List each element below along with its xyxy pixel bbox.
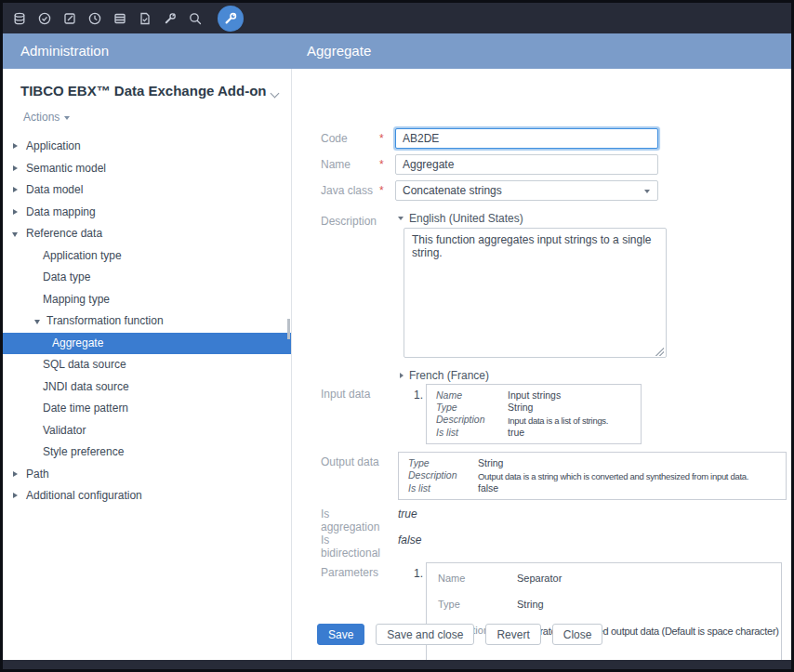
expander-icon[interactable] [13, 187, 18, 192]
expander-icon[interactable] [12, 232, 18, 237]
schedule-icon[interactable] [86, 10, 103, 27]
param-row: TypeString [438, 598, 774, 611]
kv-row: NameInput strings [436, 389, 633, 402]
kv-value: Input data is a list of strings. [508, 414, 608, 427]
expander-icon[interactable] [13, 471, 18, 477]
param-key: Type [438, 598, 517, 611]
tree-item-style-preference[interactable]: Style preference [3, 441, 291, 464]
tree-item-application[interactable]: Application [3, 136, 291, 158]
tree-item-jndi-data-source[interactable]: JNDI data source [3, 376, 291, 399]
tree-item-label: Semantic model [26, 162, 106, 175]
administration-wrench-icon[interactable] [218, 6, 244, 32]
triangle-right-icon [400, 373, 404, 378]
tree-item-data-model[interactable]: Data model [3, 179, 291, 202]
java-class-row: Java class * Concatenate strings [321, 180, 658, 201]
kv-key: Is list [408, 482, 478, 494]
actions-menu[interactable]: Actions [23, 111, 70, 124]
datasets-icon[interactable] [11, 10, 28, 27]
tree-item-label: Date time pattern [43, 402, 128, 415]
tree-item-mapping-type[interactable]: Mapping type [3, 289, 291, 311]
tree-item-sql-data-source[interactable]: SQL data source [3, 354, 291, 376]
list-index: 1. [414, 384, 426, 402]
name-input[interactable] [395, 154, 658, 175]
tree-item-date-time-pattern[interactable]: Date time pattern [3, 398, 291, 420]
tree-item-label: Additional configuration [26, 489, 142, 502]
tree-item-data-type[interactable]: Data type [3, 267, 291, 289]
tree-item-label: Style preference [43, 445, 124, 458]
kv-key: Description [408, 469, 478, 482]
kv-key: Description [436, 414, 508, 427]
input-data-label: Input data [321, 384, 379, 401]
expander-icon[interactable] [13, 493, 18, 498]
history-check-icon[interactable] [36, 10, 53, 27]
save-and-close-button[interactable]: Save and close [376, 624, 474, 645]
tree-item-validator[interactable]: Validator [3, 420, 291, 442]
param-value: Separator [517, 572, 562, 585]
kv-row: DescriptionInput data is a list of strin… [436, 414, 633, 427]
tree-item-additional-configuration[interactable]: Additional configuration [3, 485, 291, 507]
parameters-row: Parameters 1. NameSeparator TypeString D… [321, 562, 782, 660]
is-bidirectional-row: Is bidirectional false [321, 530, 421, 560]
close-button[interactable]: Close [552, 624, 603, 645]
tree-item-transformation-function[interactable]: Transformation function [3, 310, 291, 333]
kv-key: Is list [436, 427, 508, 439]
spacer [379, 384, 395, 388]
search-icon[interactable] [187, 10, 204, 27]
parameters-label: Parameters [321, 562, 379, 579]
expander-icon[interactable] [13, 209, 18, 215]
tools-icon[interactable] [162, 10, 179, 27]
tree-item-label: Validator [43, 424, 86, 437]
expander-icon[interactable] [13, 165, 18, 171]
sidebar: TIBCO EBX™ Data Exchange Add-on Actions … [3, 69, 292, 660]
save-button[interactable]: Save [317, 624, 364, 645]
revert-button[interactable]: Revert [485, 624, 540, 645]
required-asterisk: * [379, 128, 395, 145]
kv-row: Is listfalse [408, 482, 778, 494]
tree-item-data-mapping[interactable]: Data mapping [3, 202, 291, 224]
validation-icon[interactable] [137, 10, 153, 27]
tree-item-path[interactable]: Path [3, 464, 291, 486]
is-aggregation-value: true [398, 504, 417, 520]
param-row: NameSeparator [438, 572, 774, 585]
resize-handle-icon[interactable] [655, 348, 664, 356]
code-input[interactable] [395, 128, 658, 149]
tree-item-label: Data type [43, 270, 90, 283]
kv-row: DescriptionOutput data is a string which… [408, 469, 778, 482]
description-label: Description [321, 211, 379, 228]
bottom-frame [3, 660, 791, 669]
tasks-icon[interactable] [61, 10, 78, 27]
param-key: Name [438, 572, 517, 585]
chevron-down-icon[interactable] [271, 89, 280, 99]
tree-item-aggregate[interactable]: Aggregate [3, 333, 291, 355]
name-row: Name * [321, 154, 658, 175]
required-asterisk: * [379, 154, 395, 171]
page-title: Aggregate [307, 43, 371, 59]
tree-item-application-type[interactable]: Application type [3, 245, 291, 268]
java-class-select[interactable]: Concatenate strings [395, 180, 658, 201]
tree-item-label: Mapping type [43, 293, 110, 306]
input-data-box: NameInput strings TypeString Description… [426, 384, 642, 444]
table-icon[interactable] [112, 10, 128, 27]
tree-item-label: SQL data source [43, 358, 126, 371]
scrollbar-thumb[interactable] [287, 319, 290, 339]
tree-item-reference-data[interactable]: Reference data [3, 223, 291, 245]
expander-icon[interactable] [34, 320, 40, 324]
locale-toggle-english[interactable]: English (United States) [398, 211, 667, 225]
kv-key: Type [436, 402, 508, 414]
description-textarea-english[interactable]: This function aggregates input strings t… [404, 228, 667, 358]
kv-value: Output data is a string which is convert… [478, 469, 748, 482]
spacer [379, 562, 395, 566]
code-label: Code [321, 128, 379, 145]
textarea-wrapper: This function aggregates input strings t… [404, 228, 667, 361]
spacer [379, 211, 395, 215]
tree-item-label: Data mapping [26, 205, 96, 218]
kv-value: true [508, 427, 524, 439]
expander-icon[interactable] [13, 143, 18, 149]
locale-toggle-french[interactable]: French (France) [400, 368, 667, 382]
module-title-row: TIBCO EBX™ Data Exchange Add-on [3, 69, 291, 99]
tree-item-semantic-model[interactable]: Semantic model [3, 158, 291, 180]
spacer [379, 504, 395, 507]
tree-item-label: Reference data [26, 227, 102, 240]
kv-key: Name [436, 389, 508, 402]
kv-row: TypeString [408, 457, 778, 469]
